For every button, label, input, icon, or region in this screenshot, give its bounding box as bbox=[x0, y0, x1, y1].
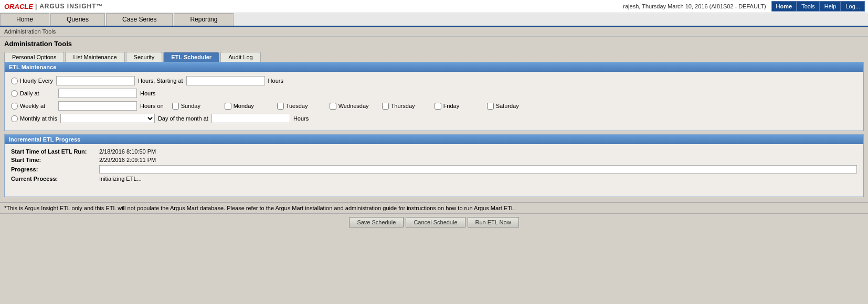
subtab-security[interactable]: Security bbox=[126, 52, 163, 62]
day-of-month-label: Day of the month at bbox=[158, 115, 208, 122]
monthly-hours-label: Hours bbox=[293, 115, 309, 122]
start-time-last-value: 2/18/2016 8:10:50 PM bbox=[99, 148, 857, 155]
start-time-last-label: Start Time of Last ETL Run: bbox=[11, 148, 95, 155]
hourly-radio-label[interactable]: Hourly Every bbox=[11, 78, 53, 84]
oracle-logo: ORACLE bbox=[4, 3, 33, 10]
saturday-checkbox[interactable] bbox=[487, 103, 494, 110]
weekly-radio[interactable] bbox=[11, 103, 18, 110]
weekly-hours-on-label: Hours on bbox=[140, 103, 164, 109]
current-process-value: Initializing ETL... bbox=[99, 176, 857, 182]
daily-radio[interactable] bbox=[11, 90, 18, 97]
subtab-personal-options[interactable]: Personal Options bbox=[4, 52, 64, 62]
help-top-btn[interactable]: Help bbox=[820, 1, 841, 12]
tab-home[interactable]: Home bbox=[0, 13, 49, 26]
current-process-label: Current Process: bbox=[11, 176, 95, 182]
monday-checkbox[interactable] bbox=[225, 103, 231, 110]
hourly-starting-at-input[interactable] bbox=[186, 76, 265, 85]
friday-checkbox[interactable] bbox=[435, 103, 441, 110]
progress-bar bbox=[99, 165, 857, 173]
subtab-etl-scheduler[interactable]: ETL Scheduler bbox=[163, 52, 219, 62]
hours-starting-at-label: Hours, Starting at bbox=[138, 78, 183, 84]
monthly-radio-label[interactable]: Monthly at this bbox=[11, 115, 57, 122]
wednesday-checkbox[interactable] bbox=[330, 103, 336, 110]
wednesday-checkbox-label[interactable]: Wednesday bbox=[330, 103, 372, 110]
thursday-checkbox[interactable] bbox=[382, 103, 389, 110]
progress-label: Progress: bbox=[11, 166, 95, 172]
daily-radio-label[interactable]: Daily at bbox=[11, 90, 53, 97]
argus-insight-logo: | ARGUS INSIGHT™ bbox=[35, 3, 103, 10]
thursday-checkbox-label[interactable]: Thursday bbox=[382, 103, 424, 110]
subtab-list-maintenance[interactable]: List Maintenance bbox=[65, 52, 124, 62]
monday-checkbox-label[interactable]: Monday bbox=[225, 103, 267, 110]
subtab-audit-log[interactable]: Audit Log bbox=[220, 52, 260, 62]
sunday-checkbox[interactable] bbox=[172, 103, 179, 110]
monthly-radio[interactable] bbox=[11, 115, 18, 122]
sunday-checkbox-label[interactable]: Sunday bbox=[172, 103, 214, 110]
footer-note: *This is Argus Insight ETL only and this… bbox=[4, 205, 516, 211]
hourly-every-input[interactable] bbox=[56, 76, 135, 85]
user-info: rajesh, Thursday March 10, 2016 (AI81S02… bbox=[623, 3, 766, 9]
weekly-radio-label[interactable]: Weekly at bbox=[11, 103, 53, 110]
tab-queries[interactable]: Queries bbox=[50, 13, 105, 26]
page-title: Administration Tools bbox=[4, 40, 72, 48]
daily-hours-label: Hours bbox=[140, 90, 155, 96]
logout-top-btn[interactable]: Log... bbox=[841, 1, 865, 12]
start-time-value: 2/29/2016 2:09:11 PM bbox=[99, 157, 857, 163]
monthly-day-input[interactable] bbox=[211, 114, 290, 123]
tuesday-checkbox-label[interactable]: Tuesday bbox=[277, 103, 319, 110]
cancel-schedule-button[interactable]: Cancel Schedule bbox=[406, 217, 465, 227]
run-etl-now-button[interactable]: Run ETL Now bbox=[468, 217, 519, 227]
breadcrumb: Administration Tools bbox=[4, 28, 56, 35]
hourly-hours-label: Hours bbox=[268, 78, 283, 84]
weekly-at-input[interactable] bbox=[58, 101, 137, 111]
etl-maintenance-title: ETL Maintenance bbox=[9, 64, 56, 70]
tools-top-btn[interactable]: Tools bbox=[797, 1, 820, 12]
incremental-etl-title: Incremental ETL Progress bbox=[9, 136, 80, 143]
start-time-label: Start Time: bbox=[11, 157, 95, 163]
tab-reporting[interactable]: Reporting bbox=[174, 13, 234, 26]
daily-at-input[interactable] bbox=[58, 89, 137, 98]
monthly-select[interactable] bbox=[60, 114, 155, 123]
tab-case-series[interactable]: Case Series bbox=[106, 13, 173, 26]
home-top-btn[interactable]: Home bbox=[771, 1, 797, 12]
save-schedule-button[interactable]: Save Schedule bbox=[349, 217, 404, 227]
tuesday-checkbox[interactable] bbox=[277, 103, 284, 110]
friday-checkbox-label[interactable]: Friday bbox=[435, 103, 477, 110]
hourly-radio[interactable] bbox=[11, 78, 18, 84]
saturday-checkbox-label[interactable]: Saturday bbox=[487, 103, 529, 110]
